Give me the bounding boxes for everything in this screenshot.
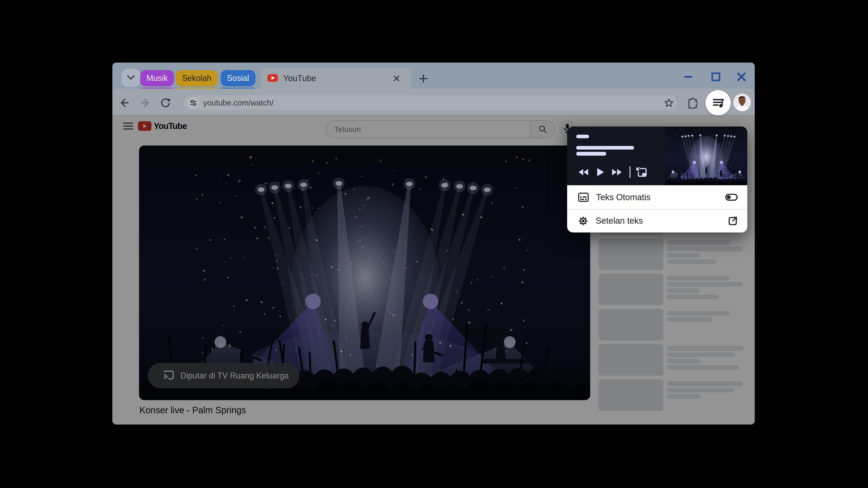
media-text-placeholder	[576, 146, 634, 150]
browser-window: Musik Sekolah Sosial YouTube	[112, 63, 755, 424]
gear-icon	[578, 216, 588, 226]
play-button[interactable]	[594, 166, 607, 178]
tab-group-label: Musik	[147, 73, 168, 83]
reload-button[interactable]	[159, 97, 171, 109]
site-settings-icon[interactable]	[187, 97, 199, 109]
auto-captions-toggle[interactable]	[725, 194, 738, 201]
profile-avatar[interactable]	[733, 94, 751, 111]
forward-button[interactable]	[140, 97, 151, 109]
close-button[interactable]	[736, 71, 747, 83]
new-tab-button[interactable]	[417, 72, 430, 85]
media-title-placeholder	[576, 135, 589, 138]
queue-music-icon	[712, 96, 725, 110]
back-button[interactable]	[118, 97, 130, 109]
media-thumbnail[interactable]	[665, 127, 747, 185]
tab-search-button[interactable]	[121, 69, 141, 87]
media-text-placeholder	[576, 152, 606, 156]
page-content: YouTube	[112, 115, 755, 424]
toggle-off-icon	[725, 194, 738, 201]
next-track-button[interactable]	[611, 166, 623, 178]
extensions-icon[interactable]	[686, 97, 698, 109]
subtitles-icon	[578, 193, 589, 202]
tab-group-sekolah[interactable]: Sekolah	[176, 70, 218, 86]
tab-strip: Musik Sekolah Sosial YouTube	[112, 63, 755, 89]
address-bar[interactable]: youtube.com/watch/	[184, 95, 677, 110]
menu-item-label: Teks Otomatis	[596, 193, 651, 202]
previous-track-button[interactable]	[577, 166, 589, 178]
minimize-button[interactable]	[682, 71, 694, 83]
menu-item-label: Setelan teks	[596, 216, 643, 226]
tab-title: YouTube	[283, 74, 316, 83]
tab-group-musik[interactable]: Musik	[140, 70, 174, 86]
tab-close-icon[interactable]	[391, 73, 402, 84]
maximize-button[interactable]	[710, 71, 722, 83]
controls-divider	[629, 166, 630, 178]
youtube-favicon	[267, 72, 279, 85]
concert-art	[665, 127, 747, 185]
tab-youtube[interactable]: YouTube	[260, 68, 411, 89]
picture-in-picture-button[interactable]	[636, 166, 648, 178]
media-controls-button[interactable]	[706, 90, 731, 116]
bookmark-icon[interactable]	[664, 98, 674, 108]
tab-group-label: Sosial	[227, 73, 249, 83]
tab-group-sosial[interactable]: Sosial	[221, 70, 255, 86]
chevron-down-icon	[127, 75, 135, 81]
open-in-new-icon[interactable]	[728, 216, 738, 226]
url-text: youtube.com/watch/	[203, 98, 274, 107]
browser-toolbar: youtube.com/watch/	[112, 89, 755, 115]
media-controls-popup: Teks Otomatis	[567, 127, 747, 232]
menu-item-caption-settings[interactable]: Setelan teks	[567, 210, 747, 232]
menu-item-auto-captions[interactable]: Teks Otomatis	[567, 185, 747, 209]
media-session-card	[567, 127, 747, 185]
tab-group-label: Sekolah	[182, 73, 211, 83]
